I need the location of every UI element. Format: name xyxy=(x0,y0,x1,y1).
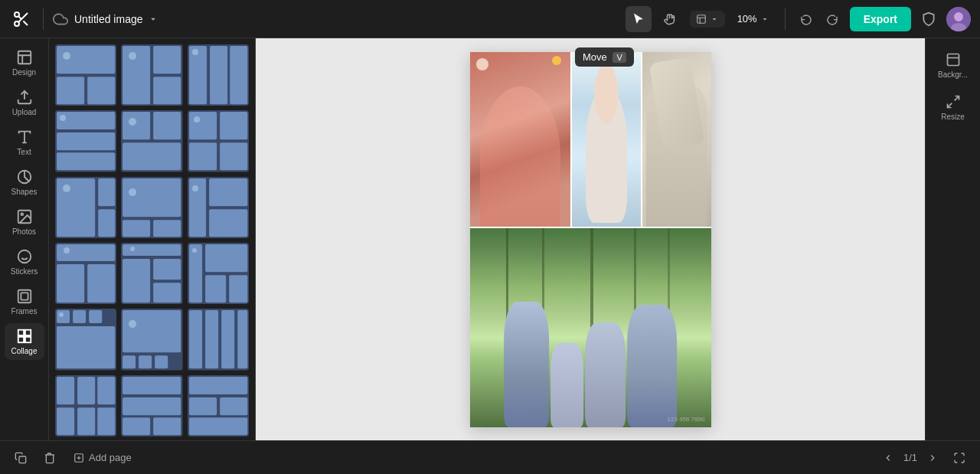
collage-template-6[interactable] xyxy=(188,110,249,172)
shield-icon[interactable] xyxy=(917,8,940,31)
collage-template-17[interactable] xyxy=(121,375,182,436)
svg-line-3 xyxy=(23,21,28,25)
collage-template-8[interactable] xyxy=(121,177,182,238)
undo-button[interactable] xyxy=(795,8,818,31)
delete-page-button[interactable] xyxy=(38,446,61,469)
collage-template-15[interactable] xyxy=(188,309,249,370)
collage-template-18[interactable] xyxy=(188,375,249,436)
toolbar-divider-1 xyxy=(43,8,44,30)
svg-rect-20 xyxy=(21,293,28,299)
collage-top-row xyxy=(470,52,711,228)
document-title[interactable]: Untitled image xyxy=(74,13,158,25)
collage-template-7[interactable] xyxy=(55,177,116,238)
cloud-save-icon[interactable] xyxy=(53,11,68,27)
background-tool[interactable]: Backgr... xyxy=(930,47,976,83)
resize-tool[interactable]: Resize xyxy=(930,90,976,126)
sidebar-item-collage[interactable]: Collage xyxy=(5,323,44,360)
canvas-cell-3[interactable] xyxy=(642,52,711,227)
svg-rect-153 xyxy=(947,54,959,66)
zoom-control[interactable]: 10% xyxy=(731,10,776,28)
svg-rect-97 xyxy=(139,356,152,369)
collage-template-4[interactable] xyxy=(55,110,116,172)
svg-rect-95 xyxy=(122,310,181,352)
collage-template-14[interactable] xyxy=(121,309,182,370)
expand-canvas-button[interactable] xyxy=(948,446,971,469)
svg-point-55 xyxy=(194,116,200,123)
svg-rect-121 xyxy=(189,417,247,435)
svg-point-16 xyxy=(18,250,31,263)
collage-template-13[interactable] xyxy=(55,309,116,370)
svg-rect-104 xyxy=(237,310,247,368)
svg-rect-31 xyxy=(122,46,150,104)
svg-rect-120 xyxy=(220,397,247,415)
prev-page-button[interactable] xyxy=(879,449,897,467)
next-page-button[interactable] xyxy=(923,449,942,467)
canvas-frame: 123 456 7890 xyxy=(470,52,711,427)
sidebar-item-text[interactable]: Text xyxy=(5,124,44,161)
canvas-cell-4[interactable]: 123 456 7890 xyxy=(470,228,711,427)
svg-rect-63 xyxy=(122,220,150,237)
svg-rect-98 xyxy=(155,356,168,369)
user-avatar[interactable] xyxy=(946,7,971,31)
sidebar-icons: Design Upload Text Shapes xyxy=(0,38,49,440)
redo-button[interactable] xyxy=(821,8,844,31)
right-panel: Backgr... Resize xyxy=(925,38,980,440)
sidebar-item-upload[interactable]: Upload xyxy=(5,84,44,121)
collage-template-12[interactable] xyxy=(188,243,249,304)
collage-template-3[interactable] xyxy=(188,44,249,106)
svg-rect-51 xyxy=(189,112,217,139)
collage-template-16[interactable] xyxy=(55,375,116,436)
svg-rect-85 xyxy=(205,275,226,302)
svg-rect-101 xyxy=(189,310,202,368)
svg-rect-74 xyxy=(87,264,115,302)
svg-rect-79 xyxy=(154,259,181,279)
hand-tool[interactable] xyxy=(658,6,684,32)
select-tool[interactable] xyxy=(626,6,652,32)
svg-rect-54 xyxy=(220,143,247,171)
svg-rect-90 xyxy=(73,310,86,323)
svg-rect-41 xyxy=(57,112,115,129)
svg-rect-36 xyxy=(189,46,207,104)
collage-template-2[interactable] xyxy=(121,44,182,106)
collage-template-10[interactable] xyxy=(55,243,116,304)
canvas-cell-1[interactable] xyxy=(470,52,573,227)
export-button[interactable]: Export xyxy=(850,7,911,31)
view-options[interactable] xyxy=(690,11,725,28)
canvas-cell-2[interactable] xyxy=(572,52,642,227)
svg-point-29 xyxy=(63,52,70,60)
svg-rect-59 xyxy=(98,209,115,237)
canvas-area: Move V xyxy=(256,38,925,440)
svg-point-60 xyxy=(63,185,70,192)
svg-point-7 xyxy=(954,12,963,21)
sidebar-item-frames[interactable]: Frames xyxy=(5,283,44,320)
title-text: Untitled image xyxy=(74,13,143,25)
collage-template-5[interactable] xyxy=(121,110,182,172)
svg-rect-119 xyxy=(189,397,217,415)
svg-rect-33 xyxy=(154,77,181,104)
collage-template-11[interactable] xyxy=(121,243,182,304)
collage-template-1[interactable] xyxy=(55,44,116,106)
svg-rect-9 xyxy=(18,51,31,64)
svg-rect-52 xyxy=(220,112,247,139)
add-page-button[interactable]: Add page xyxy=(67,449,138,466)
svg-point-81 xyxy=(130,247,135,251)
app-logo[interactable] xyxy=(9,7,34,31)
svg-rect-116 xyxy=(154,417,181,435)
svg-rect-73 xyxy=(57,264,84,302)
sidebar-label-design: Design xyxy=(12,68,36,77)
svg-rect-42 xyxy=(57,132,115,150)
svg-rect-69 xyxy=(209,209,247,237)
svg-rect-68 xyxy=(209,178,247,206)
add-page-label: Add page xyxy=(89,452,132,463)
sidebar-item-photos[interactable]: Photos xyxy=(5,204,44,240)
sidebar-item-stickers[interactable]: Stickers xyxy=(5,244,44,280)
sidebar-item-design[interactable]: Design xyxy=(5,44,44,81)
sidebar-item-shapes[interactable]: Shapes xyxy=(5,164,44,201)
svg-point-34 xyxy=(129,52,136,60)
svg-point-87 xyxy=(192,248,197,253)
svg-rect-84 xyxy=(205,244,247,272)
collage-template-9[interactable] xyxy=(188,177,249,238)
toolbar-divider-2 xyxy=(785,8,786,30)
svg-point-65 xyxy=(129,188,136,196)
duplicate-page-button[interactable] xyxy=(9,446,32,469)
